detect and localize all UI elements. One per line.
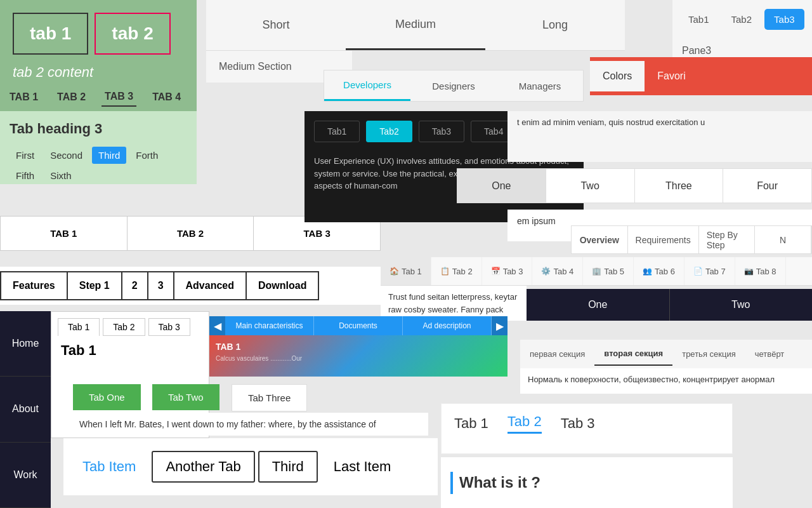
sidebar-item-work[interactable]: Work [0,443,51,508]
tab2-button[interactable]: tab 2 [95,13,170,55]
tab-documents[interactable]: Documents [314,316,403,335]
tab-long[interactable]: Long [485,0,625,50]
tab-heading-3: Tab heading 3 [10,121,187,137]
tab-3[interactable]: 3 [147,271,174,300]
tab-third[interactable]: Third [258,451,318,483]
panel-tab123-topright: Tab1 Tab2 Tab3 [672,0,812,38]
topright-tab1[interactable]: Tab1 [679,9,719,30]
panel-trust-fund: Trust fund seitan letterpress, keytar ra… [381,286,527,321]
tab-step1[interactable]: Step 1 [67,271,122,300]
tab-3-active[interactable]: TAB 3 [102,88,136,107]
tab-medium[interactable]: Medium [346,0,485,50]
panel-tab1-gradient: TAB 1 Calcus vasculaires ............Our [209,335,508,377]
tab-two-green[interactable]: Tab Two [152,384,219,410]
tab-short[interactable]: Short [206,0,346,50]
tab-vtoraya[interactable]: вторая секция [594,342,672,366]
tab-tretya[interactable]: третья секция [672,343,745,365]
panel-russian-text: Нормаль к поверхности, общеизвестно, кон… [520,368,812,394]
panel-main-char: ◀ Main characteristics Documents Ad desc… [209,316,508,335]
tab-item[interactable]: Tab Item [70,452,148,481]
tab-designers[interactable]: Designers [410,70,497,101]
tab-advanced[interactable]: Advanced [173,271,247,300]
tab-features[interactable]: Features [0,271,68,300]
icon-tab-7[interactable]: 📄 Tab 7 [684,257,735,285]
sidebar-item-about[interactable]: About [0,377,51,442]
tab-favori[interactable]: Favori [645,61,698,91]
tab-developers[interactable]: Developers [324,70,410,101]
tab-4[interactable]: TAB 4 [149,88,184,106]
dark-tab1[interactable]: Tab1 [314,121,360,142]
dark-tab-two[interactable]: Two [670,289,813,321]
tab-three[interactable]: Three [635,169,724,203]
tab-1[interactable]: TAB 1 [6,88,41,106]
panel-short-medium-long: Short Medium Long [206,0,625,51]
tab-step-by-step[interactable]: Step By Step [699,226,756,253]
last-item[interactable]: Last Item [321,452,403,481]
sidebar-nav: Home About Work [0,311,51,508]
tab1-gradient-label: TAB 1 [216,342,302,352]
bottom-tab-2-active[interactable]: Tab 2 [508,413,542,434]
tab-forth[interactable]: Forth [129,147,164,164]
tab-requirements[interactable]: Requirements [628,226,699,253]
icon-tab-4[interactable]: ⚙️ Tab 4 [532,257,583,285]
tab-2[interactable]: 2 [121,271,148,300]
panel-tab1-4: TAB 1 TAB 2 TAB 3 TAB 4 [0,83,197,111]
icon-tab-6[interactable]: 👥 Tab 6 [634,257,684,285]
home-icon: 🏠 [390,267,399,276]
tab-four[interactable]: Four [723,169,811,203]
tab-second[interactable]: Second [44,147,89,164]
tab-first[interactable]: First [10,147,41,164]
what-is-it-text: What is it ? [459,474,540,491]
icon-tab-5[interactable]: 🏢 Tab 5 [583,257,634,285]
tab-1-bordered[interactable]: TAB 1 [1,217,128,250]
tab-third-active[interactable]: Third [92,147,126,164]
nav-next[interactable]: ▶ [492,316,508,335]
tab-1-small[interactable]: Tab 1 [58,318,100,336]
tab1-button[interactable]: tab 1 [13,13,88,55]
topright-tab2[interactable]: Tab2 [722,9,762,30]
users-icon: 👥 [643,267,652,276]
tab-two[interactable]: Two [546,169,635,203]
panel-colors-favori: Colors Favori [590,57,812,95]
calendar-icon: 📅 [491,267,501,276]
tab-chetvert[interactable]: четвёрт [745,343,794,365]
tab-overview[interactable]: Overview [572,226,628,253]
panel-lorem-text: t enim ad minim veniam, quis nostrud exe… [508,111,812,162]
tab-2-bordered[interactable]: TAB 2 [128,217,254,250]
panel-tab123-bottom: Tab 1 Tab 2 Tab 3 [441,403,733,454]
tab-colors[interactable]: Colors [590,61,645,91]
sidebar-item-home[interactable]: Home [0,311,51,377]
dark-tab3[interactable]: Tab3 [419,121,464,142]
tab-2[interactable]: TAB 2 [54,88,89,106]
panel-role-tabs: Developers Designers Managers [324,70,584,102]
lorem-text: t enim ad minim veniam, quis nostrud exe… [508,111,812,133]
icon-tab-1-label: Tab 1 [402,267,422,276]
pane3-label[interactable]: Pane3 [682,45,711,57]
another-tab[interactable]: Another Tab [152,451,254,483]
tab-three-white[interactable]: Tab Three [232,384,307,411]
bottom-tab-1[interactable]: Tab 1 [454,415,488,432]
document-icon: 📄 [693,267,703,276]
dark-tab2[interactable]: Tab2 [366,121,412,142]
icon-tab-3[interactable]: 📅 Tab 3 [482,257,533,285]
tab-3-small[interactable]: Tab 3 [148,318,190,336]
tab-one-green[interactable]: Tab One [73,384,141,410]
tab-one[interactable]: One [457,169,546,203]
tab-2-small[interactable]: Tab 2 [103,318,145,336]
tab-pervaya[interactable]: первая секция [520,343,594,365]
nav-prev[interactable]: ◀ [209,316,225,335]
topright-tab3-active[interactable]: Tab3 [764,9,804,30]
tab-download[interactable]: Download [246,271,319,300]
dark-tab-one[interactable]: One [527,289,670,321]
icon-tab-2[interactable]: 📋 Tab 2 [431,257,482,285]
tab-ad-desc[interactable]: Ad description [403,316,492,335]
icon-tab-1[interactable]: 🏠 Tab 1 [381,257,431,285]
tab-n[interactable]: N [755,226,811,253]
tab-sixth[interactable]: Sixth [44,167,77,184]
tab-main-char[interactable]: Main characteristics [225,316,314,335]
bottom-tab-3[interactable]: Tab 3 [561,415,595,432]
tab-managers[interactable]: Managers [497,70,583,101]
tab-fifth[interactable]: Fifth [10,167,41,184]
icon-tab-8[interactable]: 📷 Tab 8 [735,257,786,285]
icon-tab-4-label: Tab 4 [553,267,573,276]
